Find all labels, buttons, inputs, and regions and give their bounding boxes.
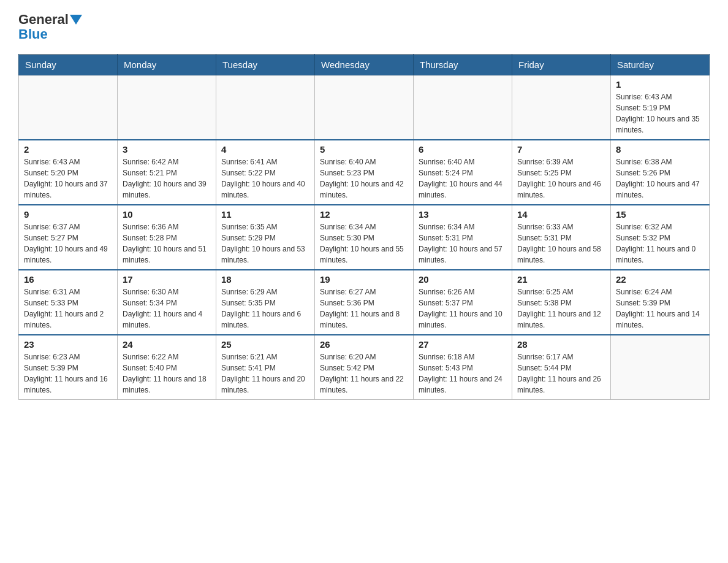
day-info: Sunrise: 6:43 AMSunset: 5:20 PMDaylight:… <box>24 156 112 201</box>
day-number: 9 <box>24 209 112 220</box>
day-info: Sunrise: 6:18 AMSunset: 5:43 PMDaylight:… <box>419 351 507 396</box>
day-info: Sunrise: 6:41 AMSunset: 5:22 PMDaylight:… <box>221 156 309 201</box>
day-number: 13 <box>419 209 507 220</box>
day-number: 12 <box>320 209 408 220</box>
calendar-cell: 7Sunrise: 6:39 AMSunset: 5:25 PMDaylight… <box>512 140 611 205</box>
logo-line1: General <box>18 12 82 27</box>
day-number: 25 <box>221 339 309 350</box>
calendar-cell: 26Sunrise: 6:20 AMSunset: 5:42 PMDayligh… <box>315 335 414 400</box>
calendar-week-1: 1Sunrise: 6:43 AMSunset: 5:19 PMDaylight… <box>19 75 710 140</box>
calendar-table: SundayMondayTuesdayWednesdayThursdayFrid… <box>18 54 710 400</box>
day-number: 19 <box>320 274 408 285</box>
day-info: Sunrise: 6:33 AMSunset: 5:31 PMDaylight:… <box>517 221 605 266</box>
calendar-week-2: 2Sunrise: 6:43 AMSunset: 5:20 PMDaylight… <box>19 140 710 205</box>
day-number: 2 <box>24 144 112 155</box>
day-info: Sunrise: 6:29 AMSunset: 5:35 PMDaylight:… <box>221 286 309 331</box>
calendar-header-row: SundayMondayTuesdayWednesdayThursdayFrid… <box>19 55 710 75</box>
day-info: Sunrise: 6:25 AMSunset: 5:38 PMDaylight:… <box>517 286 605 331</box>
day-number: 17 <box>123 274 211 285</box>
calendar-week-4: 16Sunrise: 6:31 AMSunset: 5:33 PMDayligh… <box>19 270 710 335</box>
calendar-cell <box>19 75 118 140</box>
calendar-cell: 23Sunrise: 6:23 AMSunset: 5:39 PMDayligh… <box>19 335 118 400</box>
day-info: Sunrise: 6:30 AMSunset: 5:34 PMDaylight:… <box>123 286 211 331</box>
calendar-cell: 8Sunrise: 6:38 AMSunset: 5:26 PMDaylight… <box>611 140 710 205</box>
day-info: Sunrise: 6:36 AMSunset: 5:28 PMDaylight:… <box>123 221 211 266</box>
day-info: Sunrise: 6:32 AMSunset: 5:32 PMDaylight:… <box>616 221 704 266</box>
day-info: Sunrise: 6:23 AMSunset: 5:39 PMDaylight:… <box>24 351 112 396</box>
day-info: Sunrise: 6:20 AMSunset: 5:42 PMDaylight:… <box>320 351 408 396</box>
calendar-cell: 6Sunrise: 6:40 AMSunset: 5:24 PMDaylight… <box>414 140 512 205</box>
calendar-cell: 1Sunrise: 6:43 AMSunset: 5:19 PMDaylight… <box>611 75 710 140</box>
calendar-cell: 22Sunrise: 6:24 AMSunset: 5:39 PMDayligh… <box>611 270 710 335</box>
day-number: 21 <box>517 274 605 285</box>
column-header-wednesday: Wednesday <box>315 55 414 75</box>
day-info: Sunrise: 6:39 AMSunset: 5:25 PMDaylight:… <box>517 156 605 201</box>
calendar-week-5: 23Sunrise: 6:23 AMSunset: 5:39 PMDayligh… <box>19 335 710 400</box>
calendar-cell: 9Sunrise: 6:37 AMSunset: 5:27 PMDaylight… <box>19 205 118 270</box>
calendar-cell <box>216 75 315 140</box>
day-number: 3 <box>123 144 211 155</box>
day-info: Sunrise: 6:34 AMSunset: 5:30 PMDaylight:… <box>320 221 408 266</box>
day-info: Sunrise: 6:31 AMSunset: 5:33 PMDaylight:… <box>24 286 112 331</box>
day-number: 14 <box>517 209 605 220</box>
day-number: 5 <box>320 144 408 155</box>
day-info: Sunrise: 6:22 AMSunset: 5:40 PMDaylight:… <box>123 351 211 396</box>
day-info: Sunrise: 6:24 AMSunset: 5:39 PMDaylight:… <box>616 286 704 331</box>
day-number: 24 <box>123 339 211 350</box>
calendar-cell: 17Sunrise: 6:30 AMSunset: 5:34 PMDayligh… <box>118 270 216 335</box>
day-number: 20 <box>419 274 507 285</box>
day-number: 6 <box>419 144 507 155</box>
calendar-cell <box>315 75 414 140</box>
day-number: 22 <box>616 274 704 285</box>
day-number: 4 <box>221 144 309 155</box>
calendar-cell: 12Sunrise: 6:34 AMSunset: 5:30 PMDayligh… <box>315 205 414 270</box>
column-header-thursday: Thursday <box>414 55 512 75</box>
day-number: 16 <box>24 274 112 285</box>
calendar-cell <box>118 75 216 140</box>
calendar-cell: 20Sunrise: 6:26 AMSunset: 5:37 PMDayligh… <box>414 270 512 335</box>
column-header-friday: Friday <box>512 55 611 75</box>
calendar-cell: 11Sunrise: 6:35 AMSunset: 5:29 PMDayligh… <box>216 205 315 270</box>
column-header-monday: Monday <box>118 55 216 75</box>
calendar-cell <box>512 75 611 140</box>
day-info: Sunrise: 6:42 AMSunset: 5:21 PMDaylight:… <box>123 156 211 201</box>
calendar-cell: 24Sunrise: 6:22 AMSunset: 5:40 PMDayligh… <box>118 335 216 400</box>
calendar-cell <box>611 335 710 400</box>
calendar-cell: 3Sunrise: 6:42 AMSunset: 5:21 PMDaylight… <box>118 140 216 205</box>
day-number: 26 <box>320 339 408 350</box>
column-header-sunday: Sunday <box>19 55 118 75</box>
calendar-cell: 14Sunrise: 6:33 AMSunset: 5:31 PMDayligh… <box>512 205 611 270</box>
column-header-saturday: Saturday <box>611 55 710 75</box>
calendar-cell: 4Sunrise: 6:41 AMSunset: 5:22 PMDaylight… <box>216 140 315 205</box>
svg-marker-0 <box>70 15 82 25</box>
calendar-cell: 16Sunrise: 6:31 AMSunset: 5:33 PMDayligh… <box>19 270 118 335</box>
calendar-cell: 27Sunrise: 6:18 AMSunset: 5:43 PMDayligh… <box>414 335 512 400</box>
day-number: 1 <box>616 79 704 90</box>
logo-line2: Blue <box>18 27 82 42</box>
calendar-cell: 10Sunrise: 6:36 AMSunset: 5:28 PMDayligh… <box>118 205 216 270</box>
calendar-cell <box>414 75 512 140</box>
day-info: Sunrise: 6:43 AMSunset: 5:19 PMDaylight:… <box>616 91 704 136</box>
day-info: Sunrise: 6:27 AMSunset: 5:36 PMDaylight:… <box>320 286 408 331</box>
calendar-cell: 25Sunrise: 6:21 AMSunset: 5:41 PMDayligh… <box>216 335 315 400</box>
day-info: Sunrise: 6:21 AMSunset: 5:41 PMDaylight:… <box>221 351 309 396</box>
calendar-cell: 28Sunrise: 6:17 AMSunset: 5:44 PMDayligh… <box>512 335 611 400</box>
column-header-tuesday: Tuesday <box>216 55 315 75</box>
day-info: Sunrise: 6:38 AMSunset: 5:26 PMDaylight:… <box>616 156 704 201</box>
page-header: General Blue <box>18 12 710 42</box>
day-number: 11 <box>221 209 309 220</box>
day-info: Sunrise: 6:35 AMSunset: 5:29 PMDaylight:… <box>221 221 309 266</box>
day-info: Sunrise: 6:34 AMSunset: 5:31 PMDaylight:… <box>419 221 507 266</box>
calendar-cell: 19Sunrise: 6:27 AMSunset: 5:36 PMDayligh… <box>315 270 414 335</box>
calendar-cell: 5Sunrise: 6:40 AMSunset: 5:23 PMDaylight… <box>315 140 414 205</box>
day-number: 8 <box>616 144 704 155</box>
day-number: 27 <box>419 339 507 350</box>
calendar-week-3: 9Sunrise: 6:37 AMSunset: 5:27 PMDaylight… <box>19 205 710 270</box>
day-number: 10 <box>123 209 211 220</box>
day-info: Sunrise: 6:40 AMSunset: 5:23 PMDaylight:… <box>320 156 408 201</box>
day-number: 18 <box>221 274 309 285</box>
day-number: 28 <box>517 339 605 350</box>
calendar-cell: 13Sunrise: 6:34 AMSunset: 5:31 PMDayligh… <box>414 205 512 270</box>
day-info: Sunrise: 6:26 AMSunset: 5:37 PMDaylight:… <box>419 286 507 331</box>
day-info: Sunrise: 6:37 AMSunset: 5:27 PMDaylight:… <box>24 221 112 266</box>
